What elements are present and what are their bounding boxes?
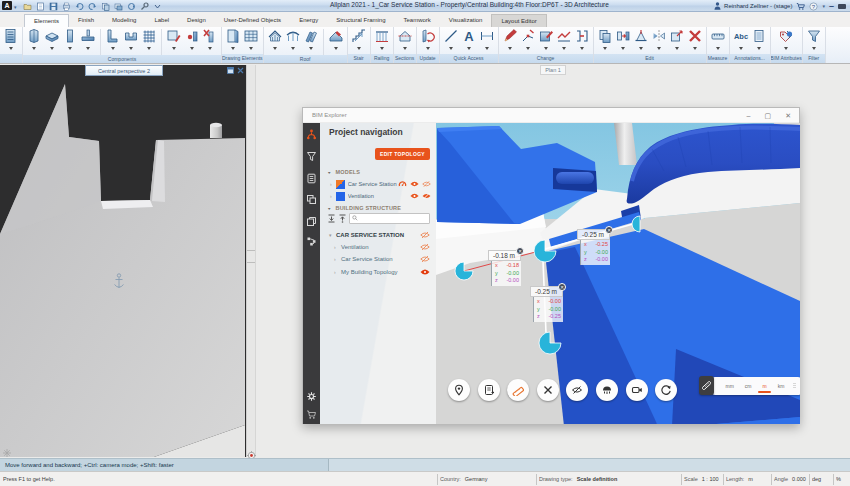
viewport-close-icon[interactable] xyxy=(237,67,244,74)
eye-off-icon[interactable] xyxy=(420,255,430,263)
tree-caret-icon[interactable]: › xyxy=(334,269,338,275)
ribbon-tool-update-walls[interactable] xyxy=(420,28,436,50)
edit-topology-button[interactable]: EDIT TOPOLOGY xyxy=(375,148,430,160)
tool-caret-icon[interactable] xyxy=(526,47,530,50)
dialog-minimize-button[interactable]: – xyxy=(747,112,751,119)
ribbon-tool-foundation[interactable] xyxy=(80,28,96,50)
ribbon-tool-window-modify[interactable] xyxy=(538,28,554,50)
ribbon-tool-canopy[interactable] xyxy=(285,28,301,50)
ribbon-tool-abc[interactable] xyxy=(733,28,749,50)
structure-search[interactable] xyxy=(349,213,430,224)
bim-3d-scene[interactable]: -0.18 m✕x-0.18y-0.00z-0.00-0.25 m✕x-0.25… xyxy=(436,123,800,424)
tool-caret-icon[interactable] xyxy=(716,47,720,50)
ribbon-tab-modeling[interactable]: Modeling xyxy=(103,14,145,27)
tree-label[interactable]: Car Service Station xyxy=(341,256,420,262)
tool-caret-icon[interactable] xyxy=(357,47,361,50)
eye-filled-icon[interactable] xyxy=(410,180,419,188)
viewport-central-perspective[interactable]: Central perspective 2 xyxy=(0,65,246,457)
scene-report-add-button[interactable] xyxy=(478,379,500,401)
ribbon-tool-building[interactable] xyxy=(3,28,19,50)
tool-caret-icon[interactable] xyxy=(231,47,235,50)
qat-save-button[interactable] xyxy=(48,2,58,11)
model-row[interactable]: ›Ventilation xyxy=(320,190,436,202)
tool-caret-icon[interactable] xyxy=(675,47,679,50)
eye-filled-icon[interactable] xyxy=(410,192,419,200)
tool-caret-icon[interactable] xyxy=(208,47,212,50)
tool-caret-icon[interactable] xyxy=(467,47,471,50)
scene-close-x-button[interactable] xyxy=(537,379,559,401)
tool-caret-icon[interactable] xyxy=(249,47,253,50)
scene-walk-mode-button[interactable] xyxy=(596,379,618,401)
sidebar-gear-button[interactable] xyxy=(306,391,317,402)
ribbon-tool-funnel-blue[interactable] xyxy=(806,28,822,50)
tool-caret-icon[interactable] xyxy=(580,47,584,50)
unit-option-m[interactable]: m xyxy=(757,383,772,389)
expand-all-icon[interactable] xyxy=(338,214,347,223)
ribbon-tool-text-a[interactable] xyxy=(461,28,477,50)
eye-off-icon[interactable] xyxy=(420,243,430,251)
ribbon-tool-wall[interactable] xyxy=(26,28,42,50)
tool-caret-icon[interactable] xyxy=(657,47,661,50)
tool-caret-icon[interactable] xyxy=(562,47,566,50)
eye-off-icon[interactable] xyxy=(420,231,430,239)
tree-caret-icon[interactable]: › xyxy=(334,244,338,250)
search-input[interactable] xyxy=(358,214,418,222)
model-label[interactable]: Ventilation xyxy=(348,193,410,199)
measure-label-close-icon[interactable]: ✕ xyxy=(516,247,524,255)
tool-caret-icon[interactable] xyxy=(32,47,36,50)
tool-caret-icon[interactable] xyxy=(309,47,313,50)
tool-caret-icon[interactable] xyxy=(757,47,761,50)
tree-row[interactable]: ›My Building Topology xyxy=(320,266,436,278)
ribbon-tool-roof-frame[interactable] xyxy=(267,28,283,50)
unit-option-cm[interactable]: cm xyxy=(739,383,757,389)
ribbon-tab-teamwork[interactable]: Teamwork xyxy=(395,14,440,27)
tool-caret-icon[interactable] xyxy=(426,47,430,50)
minimize-button[interactable]: – xyxy=(829,3,834,9)
qat-more-button[interactable] xyxy=(152,2,162,11)
tool-caret-icon[interactable] xyxy=(739,47,743,50)
tool-caret-icon[interactable] xyxy=(172,47,176,50)
ribbon-tool-recess[interactable] xyxy=(123,28,139,50)
tool-caret-icon[interactable] xyxy=(485,47,489,50)
ribbon-tool-pencil-red[interactable] xyxy=(502,28,518,50)
ribbon-tool-beam-red[interactable] xyxy=(574,28,590,50)
qat-refresh-view-button[interactable] xyxy=(126,2,136,11)
qat-open-folder-button[interactable] xyxy=(22,2,32,11)
ribbon-tool-stair[interactable] xyxy=(351,28,367,50)
tool-caret-icon[interactable] xyxy=(508,47,512,50)
ribbon-tool-roof-covering[interactable] xyxy=(328,28,344,50)
ribbon-tool-ruler[interactable] xyxy=(710,28,726,50)
ribbon-tool-polyline-red[interactable] xyxy=(556,28,572,50)
ribbon-tool-section-house[interactable] xyxy=(397,28,413,50)
qat-wrench-button[interactable] xyxy=(139,2,149,11)
window-edge-button[interactable] xyxy=(838,4,846,9)
ribbon-tab-energy[interactable]: Energy xyxy=(290,14,327,27)
ribbon-tool-grid[interactable] xyxy=(141,28,157,50)
tree-label[interactable]: My Building Topology xyxy=(341,269,420,275)
dialog-maximize-button[interactable]: ▢ xyxy=(765,112,772,119)
ribbon-tool-tags[interactable] xyxy=(778,28,794,50)
plan-window-tab[interactable]: Plan 1 xyxy=(540,65,566,75)
ribbon-tool-node-edit[interactable] xyxy=(520,28,536,50)
ribbon-tool-copy[interactable] xyxy=(597,28,613,50)
ribbon-tool-column[interactable] xyxy=(62,28,78,50)
qat-window-switch-button[interactable] xyxy=(113,2,123,11)
qat-print-edit-button[interactable] xyxy=(61,2,71,11)
sidebar-cart-button[interactable] xyxy=(306,409,317,420)
ribbon-tool-delete-wall[interactable] xyxy=(202,28,218,50)
tool-caret-icon[interactable] xyxy=(86,47,90,50)
dialog-close-button[interactable]: ✕ xyxy=(785,112,791,119)
ribbon-tool-upstand[interactable] xyxy=(105,28,121,50)
viewport-tab[interactable]: Central perspective 2 xyxy=(85,65,163,76)
row-expand-icon[interactable]: › xyxy=(330,193,332,199)
eye-red-icon[interactable] xyxy=(420,268,430,276)
tool-caret-icon[interactable] xyxy=(812,47,816,50)
ribbon-tool-point-symbol[interactable] xyxy=(184,28,200,50)
ribbon-tab-label[interactable]: Label xyxy=(145,14,178,27)
shop-cart-icon[interactable] xyxy=(796,2,805,11)
user-account[interactable]: Reinhard Zellner - (stage) xyxy=(714,2,792,10)
tree-caret-icon[interactable]: ▾ xyxy=(329,232,333,238)
tool-caret-icon[interactable] xyxy=(544,47,548,50)
scene-video-camera-button[interactable] xyxy=(626,379,648,401)
ribbon-tool-mirror[interactable] xyxy=(651,28,667,50)
